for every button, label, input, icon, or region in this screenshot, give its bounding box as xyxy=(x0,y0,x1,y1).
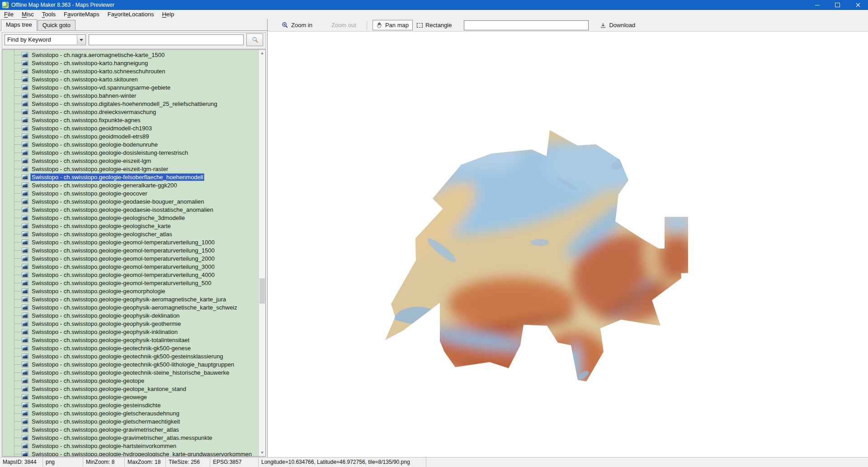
tree-item-label[interactable]: Swisstopo - ch.swisstopo.geologie-geotec… xyxy=(30,344,192,352)
maximize-button[interactable] xyxy=(827,0,848,10)
tree-item[interactable]: Swisstopo - ch.swisstopo.geoidmodell-etr… xyxy=(2,132,259,140)
tree-item[interactable]: Swisstopo - ch.swisstopo.geologie-geolog… xyxy=(2,230,259,238)
tree-item[interactable]: Swisstopo - ch.swisstopo.geologie-bodenu… xyxy=(2,140,259,148)
tree-item[interactable]: Swisstopo - ch.swisstopo.geologie-felsob… xyxy=(2,173,259,181)
tree-item[interactable]: Swisstopo - ch.swisstopo.dreiecksvermasc… xyxy=(2,108,259,116)
search-input[interactable] xyxy=(89,34,244,45)
tree-item[interactable]: Swisstopo - ch.swisstopo.geologie-geotec… xyxy=(2,368,259,376)
tree-item-label[interactable]: Swisstopo - ch.swisstopo.geologie-bodenu… xyxy=(30,141,159,148)
find-mode-combobox[interactable]: Find by Keyword xyxy=(5,34,86,45)
tree-item-label[interactable]: Swisstopo - ch.swisstopo.geologie-geophy… xyxy=(30,328,179,336)
tree-item-label[interactable]: Swisstopo - ch.swisstopo.geologie-genera… xyxy=(30,181,179,189)
tree-item-label[interactable]: Swisstopo - ch.swisstopo.geologie-geodae… xyxy=(30,206,215,214)
close-button[interactable] xyxy=(848,0,868,10)
download-button[interactable]: Download xyxy=(596,20,639,30)
tab-maps-tree[interactable]: Maps tree xyxy=(1,19,37,31)
tree-item[interactable]: Swisstopo - ch.swisstopo.geologie-geomol… xyxy=(2,254,259,262)
tree-item[interactable]: Swisstopo - ch.nagra.aeromagnetische-kar… xyxy=(2,51,259,59)
tree-item-label[interactable]: Swisstopo - ch.swisstopo.geologie-geophy… xyxy=(30,320,182,328)
tree-item[interactable]: Swisstopo - ch.swisstopo.geologie-dosisl… xyxy=(2,148,259,157)
tree-item-label[interactable]: Swisstopo - ch.swisstopo.geologie-geomor… xyxy=(30,287,167,295)
tree-item-label[interactable]: Swisstopo - ch.swisstopo-karto.hangneigu… xyxy=(30,59,149,67)
tree-item[interactable]: Swisstopo - ch.swisstopo.geologie-hydrog… xyxy=(2,450,259,456)
tree-scrollbar[interactable] xyxy=(259,50,265,456)
tree-item-label[interactable]: Swisstopo - ch.swisstopo.geologie-geophy… xyxy=(30,295,227,303)
tree-item[interactable]: Swisstopo - ch.swisstopo.geologie-geophy… xyxy=(2,303,259,311)
tree-item[interactable]: Swisstopo - ch.swisstopo.geologie-geolog… xyxy=(2,214,259,222)
tree-item-label[interactable]: Swisstopo - ch.swisstopo.geologie-gletsc… xyxy=(30,410,181,417)
tree-item-label[interactable]: Swisstopo - ch.swisstopo.geoidmodell-ch1… xyxy=(30,124,153,132)
tree-item-label[interactable]: Swisstopo - ch.swisstopo.geologie-gravim… xyxy=(30,434,214,442)
tree-item-label[interactable]: Swisstopo - ch.swisstopo.geologie-geolog… xyxy=(30,222,172,230)
tree-item-label[interactable]: Swisstopo - ch.swisstopo.geologie-hartst… xyxy=(30,442,178,450)
tree-item[interactable]: Swisstopo - ch.swisstopo-vd.spannungsarm… xyxy=(2,83,259,91)
tree-item[interactable]: Swisstopo - ch.swisstopo.geologie-geomol… xyxy=(2,279,259,287)
tree-item-label[interactable]: Swisstopo - ch.swisstopo.geologie-hydrog… xyxy=(30,450,253,457)
tree-item[interactable]: Swisstopo - ch.swisstopo.digitales-hoehe… xyxy=(2,100,259,108)
tree-item-label[interactable]: Swisstopo - ch.swisstopo.geologie-geomol… xyxy=(30,255,216,262)
tree-item[interactable]: Swisstopo - ch.swisstopo.geologie-geomor… xyxy=(2,287,259,295)
tree-item-label[interactable]: Swisstopo - ch.swisstopo.geologie-eiszei… xyxy=(30,157,152,165)
search-button[interactable] xyxy=(246,33,263,46)
tree-item-label[interactable]: Swisstopo - ch.swisstopo-vd.spannungsarm… xyxy=(30,84,172,91)
menu-tools[interactable]: Tools xyxy=(38,10,60,19)
tree-item[interactable]: Swisstopo - ch.swisstopo.geologie-geoweg… xyxy=(2,393,259,401)
tree-item[interactable]: Swisstopo - ch.swisstopo.geologie-eiszei… xyxy=(2,165,259,173)
toolbar-text-input[interactable] xyxy=(464,20,589,30)
tree-item-label[interactable]: Swisstopo - ch.swisstopo.geologie-geomol… xyxy=(30,271,216,279)
tree-item-label[interactable]: Swisstopo - ch.swisstopo.geologie-geophy… xyxy=(30,312,181,319)
tree-item[interactable]: Swisstopo - ch.swisstopo.geologie-gravim… xyxy=(2,425,259,434)
pan-map-button[interactable]: Pan map xyxy=(373,20,413,30)
scroll-down-button[interactable] xyxy=(259,449,265,456)
tree-item-label[interactable]: Swisstopo - ch.swisstopo.geologie-geotec… xyxy=(30,353,224,360)
tree-item-label[interactable]: Swisstopo - ch.swisstopo.geologie-geocov… xyxy=(30,190,149,197)
tree-item[interactable]: Swisstopo - ch.swisstopo.geologie-geophy… xyxy=(2,336,259,344)
tree-item[interactable]: Swisstopo - ch.swisstopo.geologie-geophy… xyxy=(2,295,259,303)
tree-item[interactable]: Swisstopo - ch.swisstopo.geologie-geomol… xyxy=(2,271,259,279)
tree-item[interactable]: Swisstopo - ch.swisstopo.geologie-hartst… xyxy=(2,442,259,450)
tree-item[interactable]: Swisstopo - ch.swisstopo.geologie-gletsc… xyxy=(2,409,259,417)
tree-item-label[interactable]: Swisstopo - ch.swisstopo.geologie-geotop… xyxy=(30,377,146,385)
tree-item-label[interactable]: Swisstopo - ch.swisstopo.bahnen-winter xyxy=(30,92,137,100)
tree-item-label[interactable]: Swisstopo - ch.swisstopo.geologie-geomol… xyxy=(30,238,216,246)
tree-item[interactable]: Swisstopo - ch.swisstopo.geologie-geodae… xyxy=(2,197,259,205)
tree-item[interactable]: Swisstopo - ch.swisstopo.geologie-geophy… xyxy=(2,319,259,328)
tree-item[interactable]: Swisstopo - ch.swisstopo.geologie-eiszei… xyxy=(2,157,259,165)
tree-item-label[interactable]: Swisstopo - ch.swisstopo.geologie-gestei… xyxy=(30,401,162,409)
tree-item-label[interactable]: Swisstopo - ch.swisstopo.fixpunkte-agnes xyxy=(30,116,142,124)
tree-item-label[interactable]: Swisstopo - ch.swisstopo.geologie-geoweg… xyxy=(30,393,148,401)
tree-item-label[interactable]: Swisstopo - ch.swisstopo-karto.skitouren xyxy=(30,76,139,83)
zoom-out-button[interactable]: Zoom out xyxy=(327,20,360,30)
tree-item-label[interactable]: Swisstopo - ch.swisstopo.geologie-geomol… xyxy=(30,247,216,254)
menu-favoritelocations[interactable]: FavoriteLocations xyxy=(104,10,158,19)
tree-item-label[interactable]: Swisstopo - ch.swisstopo.geologie-geophy… xyxy=(30,336,191,344)
tree-item-label[interactable]: Swisstopo - ch.swisstopo.geologie-geophy… xyxy=(30,304,239,311)
tree-item-label[interactable]: Swisstopo - ch.swisstopo.geologie-felsob… xyxy=(30,173,204,181)
scroll-up-button[interactable] xyxy=(259,50,265,57)
tree-item-label[interactable]: Swisstopo - ch.swisstopo.dreiecksvermasc… xyxy=(30,108,157,116)
tree-item[interactable]: Swisstopo - ch.swisstopo-karto.hangneigu… xyxy=(2,59,259,67)
tree-item[interactable]: Swisstopo - ch.swisstopo.fixpunkte-agnes xyxy=(2,116,259,124)
tree-item-label[interactable]: Swisstopo - ch.swisstopo.geologie-gravim… xyxy=(30,426,180,434)
tree-item[interactable]: Swisstopo - ch.swisstopo.geologie-geotec… xyxy=(2,360,259,368)
tree-item[interactable]: Swisstopo - ch.swisstopo.geologie-geotec… xyxy=(2,344,259,352)
tree-item[interactable]: Swisstopo - ch.swisstopo.geoidmodell-ch1… xyxy=(2,124,259,132)
tree-item[interactable]: Swisstopo - ch.swisstopo-karto.schneesch… xyxy=(2,67,259,75)
tree-item[interactable]: Swisstopo - ch.swisstopo.geologie-gletsc… xyxy=(2,417,259,425)
menu-file[interactable]: File xyxy=(0,10,18,19)
combo-dropdown-button[interactable] xyxy=(77,35,85,44)
menu-help[interactable]: Help xyxy=(158,10,178,19)
tree-item[interactable]: Swisstopo - ch.swisstopo.geologie-geotop… xyxy=(2,376,259,385)
tree-item-label[interactable]: Swisstopo - ch.swisstopo.geologie-geolog… xyxy=(30,214,186,222)
tree-item-label[interactable]: Swisstopo - ch.swisstopo.geologie-geodae… xyxy=(30,198,206,205)
tree-item[interactable]: Swisstopo - ch.swisstopo.geologie-geotop… xyxy=(2,385,259,393)
tree-item[interactable]: Swisstopo - ch.swisstopo-karto.skitouren xyxy=(2,75,259,83)
tree-item-label[interactable]: Swisstopo - ch.nagra.aeromagnetische-kar… xyxy=(30,51,166,59)
zoom-in-button[interactable]: Zoom in xyxy=(278,20,316,30)
tree-item-label[interactable]: Swisstopo - ch.swisstopo.geologie-geotec… xyxy=(30,369,231,376)
menu-favoritemaps[interactable]: FavoriteMaps xyxy=(60,10,104,19)
tree-item-label[interactable]: Swisstopo - ch.swisstopo.geologie-dosisl… xyxy=(30,149,189,157)
scrollbar-thumb[interactable] xyxy=(259,278,265,304)
tree-item-label[interactable]: Swisstopo - ch.swisstopo.digitales-hoehe… xyxy=(30,100,218,108)
tree-item-label[interactable]: Swisstopo - ch.swisstopo.geologie-geomol… xyxy=(30,279,212,287)
